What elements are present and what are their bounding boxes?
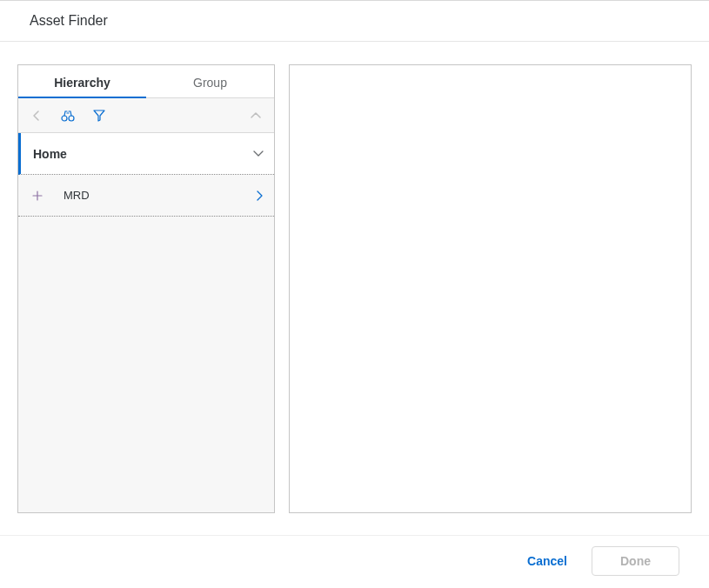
dialog-footer: Cancel Done [0,535,709,588]
hierarchy-panel: Hierarchy Group [17,64,275,513]
svg-point-1 [69,116,74,121]
done-button-label: Done [620,554,651,568]
cancel-button[interactable]: Cancel [527,554,567,568]
asset-finder-dialog: Asset Finder Hierarchy Group [0,0,709,588]
cancel-button-label: Cancel [527,554,567,568]
back-button[interactable] [27,106,46,125]
chevron-left-icon [33,110,40,121]
tab-group-label: Group [193,76,227,90]
dialog-header: Asset Finder [0,1,709,42]
search-button[interactable] [58,106,77,125]
tab-hierarchy[interactable]: Hierarchy [18,65,146,97]
tree-home-row[interactable]: Home [18,133,274,175]
filter-icon [93,110,105,122]
expand-toggle[interactable] [253,150,264,157]
detail-panel [289,64,692,513]
toolbar-left [27,106,109,125]
tree-item-mrd[interactable]: MRD [18,175,274,217]
tab-hierarchy-label: Hierarchy [54,76,110,90]
tab-group[interactable]: Group [146,65,274,97]
tab-bar: Hierarchy Group [18,65,274,98]
collapse-button[interactable] [246,106,265,125]
add-button[interactable] [30,189,44,203]
done-button[interactable]: Done [592,546,679,576]
dialog-body: Hierarchy Group [0,42,709,518]
chevron-up-icon [251,112,261,119]
dialog-title: Asset Finder [30,13,692,29]
svg-point-0 [62,116,67,121]
chevron-right-icon [257,190,264,201]
tree-item-label: MRD [64,189,257,202]
filter-button[interactable] [90,106,109,125]
hierarchy-toolbar [18,98,274,133]
chevron-down-icon [253,150,264,157]
tree-home-label: Home [33,147,253,161]
binoculars-icon [61,110,75,122]
drill-in-button[interactable] [257,190,264,201]
plus-icon [32,190,43,201]
